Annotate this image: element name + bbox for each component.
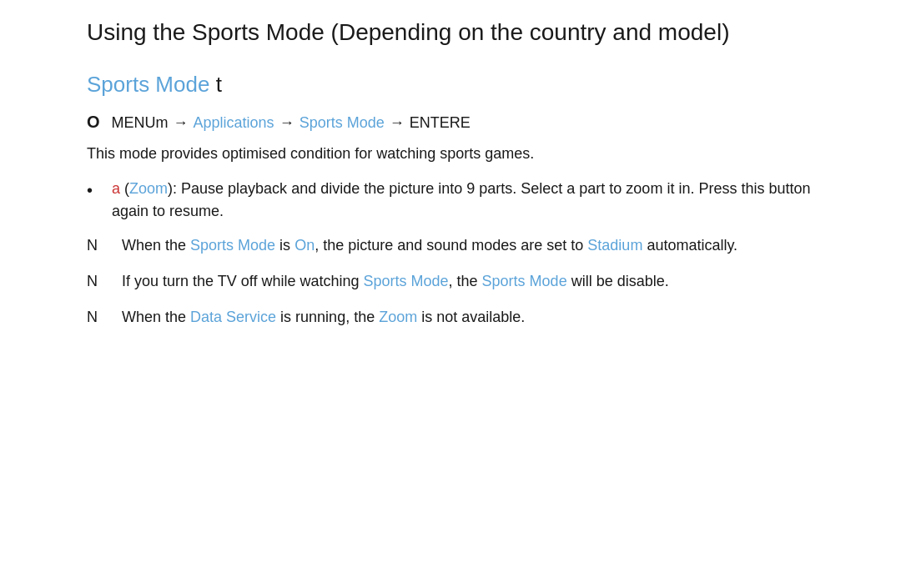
bullet-text-content: ): Pause playback and divide the picture… — [112, 180, 810, 219]
note2-sports-mode-1: Sports Mode — [364, 273, 449, 289]
note-item-2: N If you turn the TV off while watching … — [87, 270, 814, 293]
a-label: a — [112, 180, 120, 197]
menu-prefix: MENUm — [112, 114, 169, 132]
n-marker-1: N — [87, 234, 103, 257]
bullet-item: • a (Zoom): Pause playback and divide th… — [87, 178, 814, 223]
note1-sports-mode: Sports Mode — [190, 237, 275, 254]
menu-marker: O — [87, 113, 100, 132]
menu-applications: Applications — [194, 114, 274, 132]
note-text-2: If you turn the TV off while watching Sp… — [122, 270, 814, 293]
n-marker-3: N — [87, 306, 103, 329]
notes-list: • a (Zoom): Pause playback and divide th… — [87, 178, 814, 329]
bullet-marker: • — [87, 178, 100, 203]
note1-on: On — [294, 237, 315, 254]
menu-entere: ENTERE — [410, 114, 471, 132]
menu-sports-mode: Sports Mode — [299, 114, 385, 132]
note-item-1: N When the Sports Mode is On, the pictur… — [87, 234, 814, 257]
note1-stadium: Stadium — [587, 237, 642, 254]
arrow-3: → — [390, 114, 405, 132]
mode-description: This mode provides optimised condition f… — [87, 145, 814, 163]
note-item-3: N When the Data Service is running, the … — [87, 306, 814, 329]
page-content: Using the Sports Mode (Depending on the … — [0, 0, 901, 359]
note2-sports-mode-2: Sports Mode — [482, 273, 567, 289]
note-text-3: When the Data Service is running, the Zo… — [122, 306, 814, 329]
note3-zoom: Zoom — [379, 309, 417, 325]
arrow-2: → — [279, 114, 294, 132]
section-heading-suffix: t — [209, 72, 221, 97]
section-heading-sports-mode: Sports Mode — [87, 72, 209, 97]
menu-navigation-line: O MENUm → Applications → Sports Mode → E… — [87, 113, 814, 132]
note-text-1: When the Sports Mode is On, the picture … — [122, 234, 814, 257]
zoom-label: Zoom — [129, 180, 168, 197]
bullet-text: a (Zoom): Pause playback and divide the … — [112, 178, 814, 223]
note3-data-service: Data Service — [190, 309, 276, 325]
section-heading: Sports Mode t — [87, 72, 814, 98]
page-title: Using the Sports Mode (Depending on the … — [87, 17, 814, 48]
n-marker-2: N — [87, 270, 103, 293]
arrow-1: → — [174, 114, 189, 132]
